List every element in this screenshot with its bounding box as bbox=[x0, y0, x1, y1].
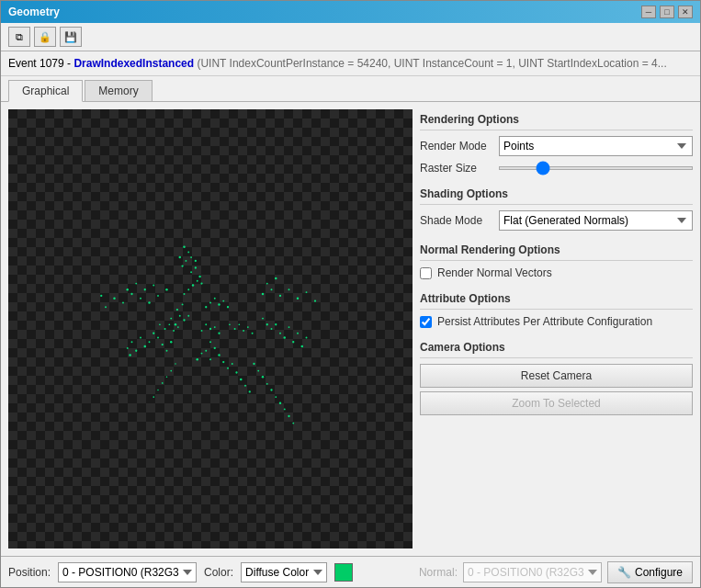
window-controls: ─ □ ✕ bbox=[641, 6, 693, 18]
svg-point-68 bbox=[153, 285, 154, 287]
svg-point-67 bbox=[165, 288, 167, 290]
maximize-button[interactable]: □ bbox=[660, 6, 674, 18]
svg-point-2 bbox=[214, 326, 216, 328]
toolbar: ⧉ 🔒 💾 bbox=[1, 23, 700, 51]
normal-label: Normal: bbox=[419, 566, 458, 579]
svg-point-16 bbox=[218, 303, 220, 305]
svg-point-0 bbox=[209, 328, 211, 330]
svg-point-103 bbox=[179, 256, 181, 258]
wrench-icon: 🔧 bbox=[617, 566, 631, 579]
svg-point-115 bbox=[238, 323, 240, 325]
svg-point-22 bbox=[144, 345, 146, 347]
svg-point-73 bbox=[271, 288, 273, 290]
svg-point-32 bbox=[275, 323, 277, 325]
svg-point-57 bbox=[176, 309, 178, 311]
position-select[interactable]: 0 - POSITION0 (R32G3 bbox=[58, 562, 197, 582]
svg-point-81 bbox=[209, 341, 211, 343]
tab-memory[interactable]: Memory bbox=[85, 80, 152, 101]
raster-size-row: Raster Size bbox=[420, 162, 693, 175]
configure-label: Configure bbox=[635, 566, 683, 579]
persist-attrs-row: Persist Attributes Per Attribute Configu… bbox=[420, 315, 693, 328]
svg-point-85 bbox=[201, 353, 203, 355]
shade-mode-row: Shade Mode Flat (Generated Normals) Smoo… bbox=[420, 210, 693, 231]
bottom-right: Normal: 0 - POSITION0 (R32G3 🔧 Configure bbox=[419, 561, 693, 583]
normal-select[interactable]: 0 - POSITION0 (R32G3 bbox=[463, 562, 602, 582]
close-button[interactable]: ✕ bbox=[678, 6, 693, 18]
svg-point-34 bbox=[284, 336, 286, 338]
svg-point-21 bbox=[149, 341, 151, 343]
tab-graphical[interactable]: Graphical bbox=[8, 80, 83, 102]
configure-button[interactable]: 🔧 Configure bbox=[607, 561, 693, 583]
attribute-options-section: Attribute Options Persist Attributes Per… bbox=[420, 292, 693, 334]
color-swatch[interactable] bbox=[334, 563, 353, 582]
color-select[interactable]: Diffuse Color bbox=[241, 562, 327, 582]
svg-point-63 bbox=[113, 298, 115, 300]
svg-point-54 bbox=[187, 315, 189, 317]
svg-point-95 bbox=[175, 363, 176, 365]
svg-point-52 bbox=[179, 315, 181, 317]
render-mode-select[interactable]: Points Wireframe Solid bbox=[499, 136, 693, 156]
svg-point-19 bbox=[157, 337, 159, 339]
svg-point-10 bbox=[198, 276, 200, 277]
svg-point-36 bbox=[292, 341, 294, 343]
svg-point-47 bbox=[275, 396, 277, 398]
save-button[interactable]: 💾 bbox=[60, 27, 82, 47]
svg-point-82 bbox=[214, 347, 216, 349]
right-panel: Rendering Options Render Mode Points Wir… bbox=[420, 109, 693, 548]
rendering-options-title: Rendering Options bbox=[420, 113, 693, 126]
dragon-point-cloud bbox=[36, 154, 385, 503]
svg-point-1 bbox=[205, 323, 207, 325]
svg-point-25 bbox=[131, 341, 133, 343]
svg-point-104 bbox=[190, 256, 192, 258]
persist-attrs-checkbox[interactable] bbox=[420, 316, 432, 328]
svg-point-108 bbox=[159, 323, 161, 325]
svg-point-39 bbox=[306, 337, 308, 339]
raster-size-label: Raster Size bbox=[420, 162, 493, 175]
zoom-to-selected-button[interactable]: Zoom To Selected bbox=[420, 391, 693, 415]
lock-button[interactable]: 🔒 bbox=[34, 27, 56, 47]
copy-button[interactable]: ⧉ bbox=[8, 27, 30, 47]
normal-rendering-section: Normal Rendering Options Render Normal V… bbox=[420, 243, 693, 285]
viewport-inner bbox=[8, 109, 413, 548]
svg-point-59 bbox=[148, 301, 150, 303]
svg-point-102 bbox=[185, 260, 187, 262]
render-normals-checkbox[interactable] bbox=[420, 267, 432, 279]
svg-point-15 bbox=[214, 298, 216, 300]
svg-point-99 bbox=[157, 390, 159, 391]
svg-point-89 bbox=[227, 368, 229, 369]
svg-point-46 bbox=[270, 389, 272, 390]
svg-point-43 bbox=[257, 370, 259, 372]
svg-point-71 bbox=[127, 288, 129, 290]
viewport[interactable] bbox=[8, 109, 413, 548]
svg-point-31 bbox=[271, 328, 273, 330]
event-function: DrawIndexedInstanced bbox=[73, 57, 194, 70]
svg-point-79 bbox=[266, 283, 268, 285]
svg-point-80 bbox=[275, 277, 277, 279]
svg-point-33 bbox=[279, 333, 281, 334]
normal-rendering-title: Normal Rendering Options bbox=[420, 243, 693, 256]
svg-point-66 bbox=[157, 295, 159, 297]
color-label: Color: bbox=[204, 566, 233, 579]
minimize-button[interactable]: ─ bbox=[641, 6, 656, 18]
shade-mode-select[interactable]: Flat (Generated Normals) Smooth Textured bbox=[499, 210, 693, 231]
attribute-options-title: Attribute Options bbox=[420, 292, 693, 305]
svg-point-8 bbox=[200, 282, 202, 284]
svg-point-101 bbox=[181, 265, 183, 266]
svg-point-98 bbox=[162, 382, 164, 384]
svg-point-27 bbox=[127, 347, 129, 349]
shading-options-title: Shading Options bbox=[420, 187, 693, 200]
shade-mode-label: Shade Mode bbox=[420, 214, 493, 227]
raster-size-slider[interactable] bbox=[499, 166, 693, 170]
main-content: Rendering Options Render Mode Points Wir… bbox=[1, 102, 700, 556]
svg-point-3 bbox=[218, 333, 220, 334]
reset-camera-button[interactable]: Reset Camera bbox=[420, 364, 693, 388]
svg-point-60 bbox=[140, 298, 141, 300]
svg-point-91 bbox=[232, 363, 233, 365]
shading-divider bbox=[420, 204, 693, 205]
camera-divider bbox=[420, 357, 693, 358]
render-mode-label: Render Mode bbox=[420, 140, 493, 153]
main-window: Geometry ─ □ ✕ ⧉ 🔒 💾 Event 1079 - DrawIn… bbox=[0, 0, 701, 588]
svg-point-41 bbox=[262, 318, 264, 320]
svg-point-4 bbox=[201, 330, 203, 332]
shading-options-section: Shading Options Shade Mode Flat (Generat… bbox=[420, 187, 693, 236]
